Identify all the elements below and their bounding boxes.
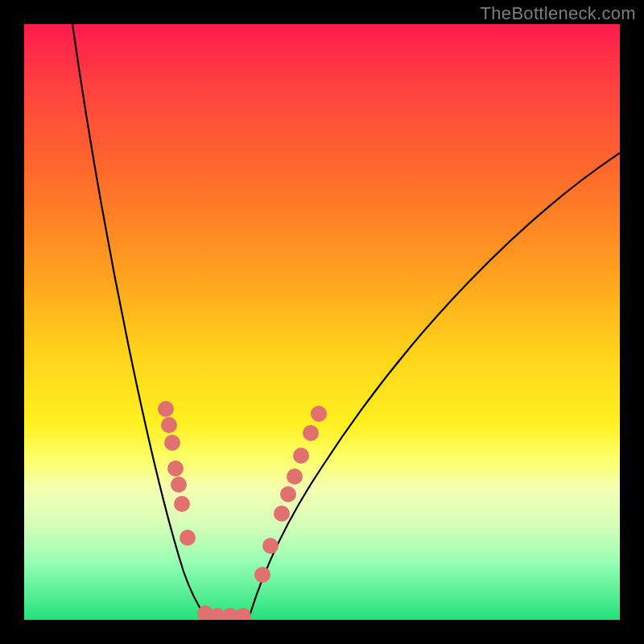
watermark-text: TheBottleneck.com (481, 3, 636, 24)
data-marker (262, 538, 279, 554)
curve-group (72, 24, 620, 616)
marker-group (158, 401, 327, 620)
right-curve (250, 153, 620, 616)
data-marker (303, 425, 319, 441)
data-marker (167, 460, 184, 477)
data-marker (164, 435, 180, 451)
data-marker (254, 567, 270, 583)
data-marker (235, 608, 251, 620)
data-marker (171, 477, 187, 493)
data-marker (161, 417, 177, 433)
data-marker (274, 506, 290, 522)
data-marker (280, 486, 296, 502)
left-curve (72, 24, 205, 616)
data-marker (311, 406, 327, 422)
data-marker (287, 469, 303, 485)
bottleneck-chart (24, 24, 620, 620)
data-marker (293, 448, 309, 464)
data-marker (158, 401, 174, 417)
data-marker (174, 496, 190, 512)
data-marker (180, 530, 196, 546)
